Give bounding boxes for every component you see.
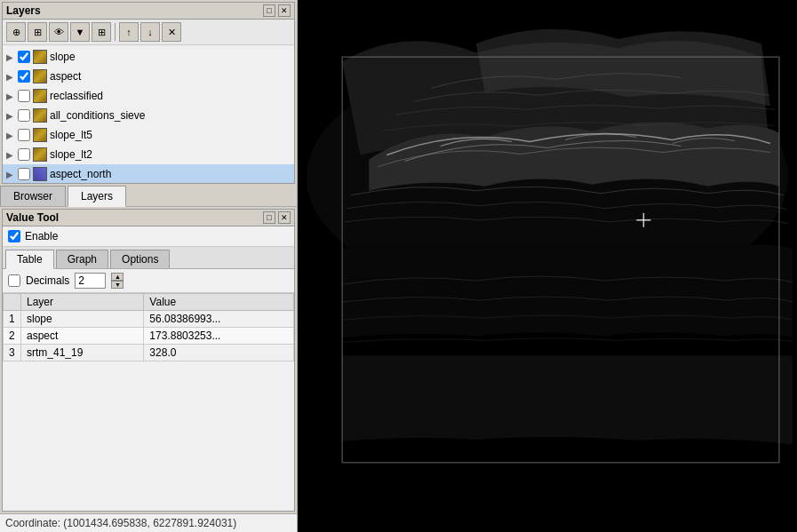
layer-icon-slope [33,50,47,64]
coordinate-bar: Coordinate: (1001434.695838, 6227891.924… [0,513,297,532]
decimals-down-btn[interactable]: ▼ [111,281,124,289]
add-group-btn[interactable]: ⊞ [28,22,47,42]
vt-restore-btn[interactable]: □ [263,211,275,224]
expand-arrow-aspect_north[interactable]: ▶ [6,170,15,179]
cell-rownum: 2 [4,328,21,345]
table-row: 1slope56.08386993... [4,311,294,328]
remove-layer-btn[interactable]: ✕ [162,22,181,42]
layers-panel-title: Layers [6,4,41,17]
layer-icon-slope_lt5 [33,128,47,142]
value-tool-tabs: TableGraphOptions [3,247,294,269]
col-header-layer: Layer [21,294,144,311]
move-down-btn[interactable]: ↓ [140,22,160,42]
layer-icon-all_conditions_sieve [33,108,47,123]
map-area[interactable] [298,0,797,532]
terrain-svg [298,0,797,532]
layer-checkbox-reclassified[interactable] [18,90,30,102]
table-row: 2aspect173.8803253... [4,328,294,345]
layer-icon-aspect [33,69,47,83]
decimals-input[interactable] [75,273,106,289]
layer-checkbox-slope_lt5[interactable] [18,129,30,141]
bottom-tab-layers[interactable]: Layers [68,186,126,207]
cell-rownum: 1 [4,311,21,328]
expand-arrow-slope_lt5[interactable]: ▶ [6,131,15,140]
layer-checkbox-slope_lt2[interactable] [18,148,30,161]
layer-item-aspect_north[interactable]: ▶aspect_north [3,164,294,183]
layer-icon-aspect_north [33,167,47,181]
layers-restore-btn[interactable]: □ [263,4,275,17]
enable-label: Enable [25,230,58,242]
decimals-row: Decimals ▲ ▼ [3,269,294,293]
bottom-tabs: BrowserLayers [0,186,297,207]
expand-arrow-all_conditions_sieve[interactable]: ▶ [6,111,15,121]
cell-value: 56.08386993... [144,311,294,328]
layer-name-slope_lt2[interactable]: slope_lt2 [50,148,92,161]
data-table-wrapper: Layer Value 1slope56.08386993...2aspect1… [3,293,294,475]
value-tool-panel: Value Tool □ ✕ Enable TableGraphOptions … [2,209,295,512]
vt-close-btn[interactable]: ✕ [278,211,291,224]
layer-checkbox-slope[interactable] [18,51,30,63]
filter-layer-btn[interactable]: ▼ [70,22,90,42]
bottom-tab-browser[interactable]: Browser [0,186,66,206]
layer-checkbox-all_conditions_sieve[interactable] [18,109,30,122]
cell-value: 173.8803253... [144,328,294,345]
decimals-checkbox[interactable] [8,274,20,287]
cell-layer: srtm_41_19 [21,345,144,361]
layer-item-all_conditions_sieve[interactable]: ▶all_conditions_sieve [3,106,294,125]
layer-name-slope[interactable]: slope [50,51,76,63]
expand-all-btn[interactable]: ⊞ [92,22,111,42]
layer-icon-reclassified [33,89,47,103]
table-row: 3srtm_41_19328.0 [4,345,294,361]
toolbar-separator [115,23,116,41]
layer-item-aspect[interactable]: ▶aspect [3,67,294,86]
layer-name-aspect_north[interactable]: aspect_north [50,168,111,180]
terrain-group [307,29,793,463]
col-header-num [4,294,21,311]
vt-tab-table[interactable]: Table [5,250,54,269]
col-header-value: Value [144,294,294,311]
value-tool-title: Value Tool [6,211,59,224]
decimals-label: Decimals [26,274,69,287]
layer-name-reclassified[interactable]: reclassified [50,90,103,102]
layer-checkbox-aspect[interactable] [18,70,30,83]
vt-tab-options[interactable]: Options [110,250,170,268]
cell-rownum: 3 [4,345,21,361]
expand-arrow-slope_lt2[interactable]: ▶ [6,150,15,160]
layer-checkbox-aspect_north[interactable] [18,168,30,180]
expand-arrow-reclassified[interactable]: ▶ [6,91,15,101]
enable-checkbox[interactable] [8,230,20,242]
layers-title-bar: Layers □ ✕ [3,3,294,20]
data-table: Layer Value 1slope56.08386993...2aspect1… [3,293,294,361]
enable-row: Enable [3,226,294,247]
cell-layer: aspect [21,328,144,345]
layer-name-aspect[interactable]: aspect [50,70,81,83]
cell-layer: slope [21,311,144,328]
layers-toolbar: ⊕ ⊞ 👁 ▼ ⊞ ↑ ↓ ✕ [3,20,294,45]
manage-map-theme-btn[interactable]: 👁 [49,22,68,42]
coordinate-text: Coordinate: (1001434.695838, 6227891.924… [5,517,236,529]
data-table-body: 1slope56.08386993...2aspect173.8803253..… [4,311,294,361]
layer-item-slope_lt5[interactable]: ▶slope_lt5 [3,125,294,145]
layers-list: ▶slope▶aspect▶reclassified▶all_condition… [3,45,294,183]
layer-item-slope_lt2[interactable]: ▶slope_lt2 [3,145,294,164]
move-up-btn[interactable]: ↑ [119,22,139,42]
layer-item-slope[interactable]: ▶slope [3,47,294,67]
expand-arrow-aspect[interactable]: ▶ [6,72,15,82]
decimals-spinner: ▲ ▼ [111,273,124,289]
add-layer-btn[interactable]: ⊕ [6,22,26,42]
expand-arrow-slope[interactable]: ▶ [6,52,15,62]
layer-name-all_conditions_sieve[interactable]: all_conditions_sieve [50,109,145,122]
value-tool-title-bar: Value Tool □ ✕ [3,210,294,226]
vt-tab-graph[interactable]: Graph [56,250,108,268]
layer-icon-slope_lt2 [33,147,47,162]
cell-value: 328.0 [144,345,294,361]
layer-name-slope_lt5[interactable]: slope_lt5 [50,129,92,141]
layer-item-reclassified[interactable]: ▶reclassified [3,86,294,106]
layers-close-btn[interactable]: ✕ [278,4,291,17]
decimals-up-btn[interactable]: ▲ [111,273,124,281]
